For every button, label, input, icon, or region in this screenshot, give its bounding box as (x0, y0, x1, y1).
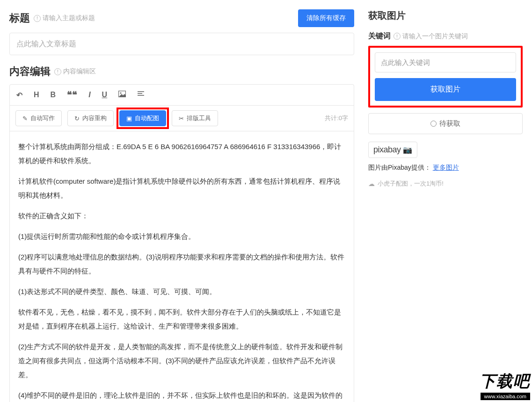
editor-content[interactable]: 整个计算机系统由两部分组成：E.69DA 5 E 6 BA 9062616964… (10, 131, 354, 402)
auto-image-button[interactable]: ▣自动配图 (119, 110, 166, 126)
quote-icon[interactable]: ❝❝ (65, 88, 79, 101)
sidebar: 获取图片 关键词 ! 请输入一个图片关键词 获取图片 待获取 pixabay 📷… (364, 0, 532, 402)
pencil-icon: ✎ (22, 115, 28, 122)
watermark: 下载吧 www.xiazaiba.com (480, 371, 530, 400)
heading-icon[interactable]: H (32, 90, 41, 100)
highlight-fetch-box: 获取图片 (368, 46, 523, 108)
keyword-head: 关键词 ! 请输入一个图片关键词 (368, 31, 523, 41)
camera-icon: 📷 (403, 145, 412, 154)
article-title-input[interactable] (9, 33, 354, 55)
keyword-label: 关键词 (368, 31, 391, 41)
paragraph: (2)程序可以满意地处理信息的数据结构。(3)说明程序功能要求和程序需要的文档的… (18, 250, 345, 278)
italic-icon[interactable]: I (87, 90, 92, 100)
editor-label: 内容编辑 (9, 65, 51, 79)
auto-write-button[interactable]: ✎自动写作 (15, 110, 62, 126)
pending-button[interactable]: 待获取 (368, 113, 523, 134)
sidebar-title: 获取图片 (368, 9, 523, 22)
provider-line: 图片由Pixabay提供： 更多图片 (368, 164, 523, 172)
title-section-head: 标题 ! 请输入主题或标题 清除所有缓存 (9, 9, 354, 27)
title-hint: 请输入主题或标题 (43, 14, 95, 22)
align-icon[interactable] (135, 90, 146, 100)
paragraph: 软件看不见，无色，枯燥，看不见，摸不到，闻不到。软件大部分存在于人们的头脑或纸上… (18, 305, 345, 333)
keyword-hint: 请输入一个图片关键词 (402, 32, 468, 41)
refresh-icon: ↻ (74, 115, 80, 122)
editor-hint: 内容编辑区 (63, 67, 96, 76)
editor-section-head: 内容编辑 ! 内容编辑区 (9, 65, 354, 79)
tip-line: ☁ 小虎子配图，一次1淘币! (368, 179, 523, 188)
layout-tool-button[interactable]: ✂排版工具 (172, 110, 218, 126)
keyword-input[interactable] (375, 52, 516, 72)
cloud-icon: ☁ (368, 180, 375, 187)
info-icon: ! (394, 33, 401, 40)
image-icon[interactable] (117, 90, 128, 100)
circle-icon (430, 121, 437, 127)
undo-icon[interactable]: ↶ (15, 90, 24, 100)
pixabay-badge: pixabay 📷 (368, 142, 417, 158)
bold-icon[interactable]: B (49, 90, 58, 100)
paragraph: (1)表达形式不同的硬件类型、颜色、味道、可见、可摸、可闻。 (18, 285, 345, 299)
action-bar: ✎自动写作 ↻内容重构 ▣自动配图 ✂排版工具 共计:0字 (10, 106, 354, 131)
paragraph: (4)维护不同的硬件是旧的，理论上软件是旧的，并不坏，但实际上软件也是旧的和坏的… (18, 388, 345, 402)
more-images-link[interactable]: 更多图片 (433, 164, 459, 171)
paragraph: 整个计算机系统由两部分组成：E.69DA 5 E 6 BA 9062616964… (18, 140, 345, 168)
title-label: 标题 (9, 11, 30, 25)
format-toolbar: ↶ H B ❝❝ I U (10, 85, 354, 106)
restructure-button[interactable]: ↻内容重构 (67, 110, 114, 126)
underline-icon[interactable]: U (100, 90, 109, 100)
editor-box: ↶ H B ❝❝ I U ✎自动写作 ↻内容重构 ▣自动配图 ✂排版工具 共计:… (9, 84, 354, 402)
paragraph: 计算机软件(computer software)是指计算机系统中除硬件以外的所有… (18, 174, 345, 202)
info-icon: ! (34, 15, 41, 22)
svg-point-1 (120, 93, 122, 94)
char-count: 共计:0字 (325, 114, 348, 122)
tool-icon: ✂ (179, 115, 184, 122)
paragraph: 软件的正确含义如下： (18, 209, 345, 223)
fetch-image-button[interactable]: 获取图片 (375, 78, 516, 101)
paragraph: (2)生产方式不同的软件是开发，是人类智能的高发挥，而不是传统意义上的硬件制造。… (18, 340, 345, 382)
paragraph: (1)提供运行时所需功能和性能的命令或计算机程序集合。 (18, 230, 345, 244)
info-icon: ! (54, 68, 61, 75)
picture-icon: ▣ (126, 115, 132, 122)
clear-cache-button[interactable]: 清除所有缓存 (298, 9, 354, 27)
highlight-auto-image: ▣自动配图 (117, 108, 169, 129)
